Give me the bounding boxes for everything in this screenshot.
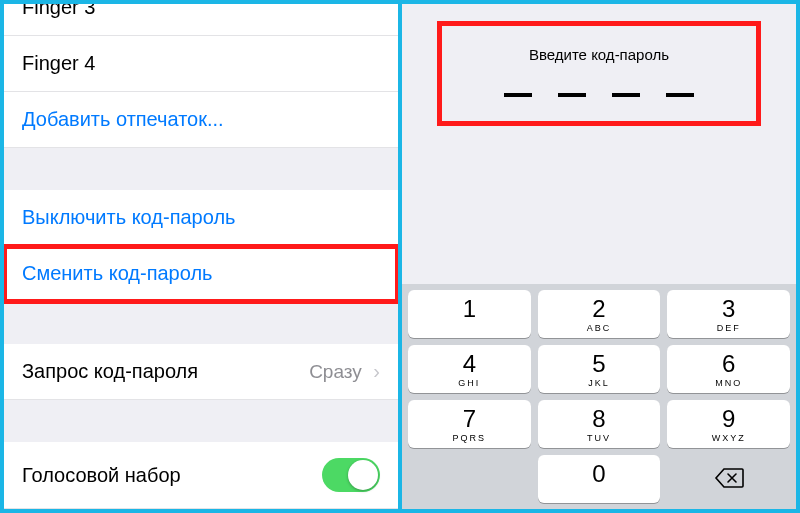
key-letters: ABC xyxy=(538,323,661,333)
row-label: Запрос код-пароля xyxy=(22,360,198,383)
key-1[interactable]: 1 xyxy=(408,290,531,338)
key-digit: 7 xyxy=(408,407,531,431)
key-digit: 1 xyxy=(408,297,531,321)
key-digit: 4 xyxy=(408,352,531,376)
numeric-keypad: 1 2 ABC 3 DEF 4 GHI 5 JKL 6 MNO xyxy=(402,284,796,509)
row-value-wrap: Сразу › xyxy=(309,360,380,383)
key-8[interactable]: 8 TUV xyxy=(538,400,661,448)
require-passcode-row[interactable]: Запрос код-пароля Сразу › xyxy=(4,344,398,400)
key-0[interactable]: 0 xyxy=(538,455,661,503)
voice-dial-toggle[interactable] xyxy=(322,458,380,492)
key-letters: GHI xyxy=(408,378,531,388)
key-6[interactable]: 6 MNO xyxy=(667,345,790,393)
key-digit: 2 xyxy=(538,297,661,321)
section-gap xyxy=(4,400,398,442)
section-gap xyxy=(4,302,398,344)
key-backspace[interactable] xyxy=(667,455,790,503)
key-3[interactable]: 3 DEF xyxy=(667,290,790,338)
chevron-right-icon: › xyxy=(373,360,380,383)
key-letters xyxy=(538,488,661,498)
key-digit: 0 xyxy=(538,462,661,486)
key-digit: 3 xyxy=(667,297,790,321)
row-label: Finger 3 xyxy=(22,4,95,19)
add-fingerprint-button[interactable]: Добавить отпечаток... xyxy=(4,92,398,148)
passcode-slot xyxy=(612,93,640,97)
turn-off-passcode-button[interactable]: Выключить код-пароль xyxy=(4,190,398,246)
key-letters: MNO xyxy=(667,378,790,388)
key-9[interactable]: 9 WXYZ xyxy=(667,400,790,448)
voice-dial-row: Голосовой набор xyxy=(4,442,398,509)
row-label: Finger 4 xyxy=(22,52,95,75)
key-blank xyxy=(408,455,531,503)
key-letters: DEF xyxy=(667,323,790,333)
row-finger-4[interactable]: Finger 4 xyxy=(4,36,398,92)
key-5[interactable]: 5 JKL xyxy=(538,345,661,393)
key-digit: 5 xyxy=(538,352,661,376)
key-letters: JKL xyxy=(538,378,661,388)
key-letters: TUV xyxy=(538,433,661,443)
key-4[interactable]: 4 GHI xyxy=(408,345,531,393)
row-label: Выключить код-пароль xyxy=(22,206,236,229)
passcode-slot xyxy=(504,93,532,97)
change-passcode-button[interactable]: Сменить код-пароль xyxy=(4,246,398,302)
key-letters: WXYZ xyxy=(667,433,790,443)
key-7[interactable]: 7 PQRS xyxy=(408,400,531,448)
section-gap xyxy=(4,148,398,190)
screenshot-frame: Finger 3 Finger 4 Добавить отпечаток... … xyxy=(0,0,800,513)
settings-pane: Finger 3 Finger 4 Добавить отпечаток... … xyxy=(4,4,400,509)
row-finger-3[interactable]: Finger 3 xyxy=(4,4,398,36)
row-value: Сразу xyxy=(309,361,362,382)
passcode-dots xyxy=(452,93,746,97)
backspace-icon xyxy=(714,467,744,493)
key-letters xyxy=(408,323,531,333)
passcode-slot xyxy=(666,93,694,97)
row-label: Голосовой набор xyxy=(22,464,181,487)
passcode-slot xyxy=(558,93,586,97)
row-label: Сменить код-пароль xyxy=(22,262,213,285)
key-digit: 9 xyxy=(667,407,790,431)
key-digit: 6 xyxy=(667,352,790,376)
passcode-prompt-box: Введите код-пароль xyxy=(442,26,756,121)
key-letters: PQRS xyxy=(408,433,531,443)
passcode-prompt-title: Введите код-пароль xyxy=(452,46,746,63)
row-label: Добавить отпечаток... xyxy=(22,108,224,131)
passcode-pane: Введите код-пароль 1 2 ABC 3 DEF xyxy=(400,4,796,509)
key-2[interactable]: 2 ABC xyxy=(538,290,661,338)
key-digit: 8 xyxy=(538,407,661,431)
